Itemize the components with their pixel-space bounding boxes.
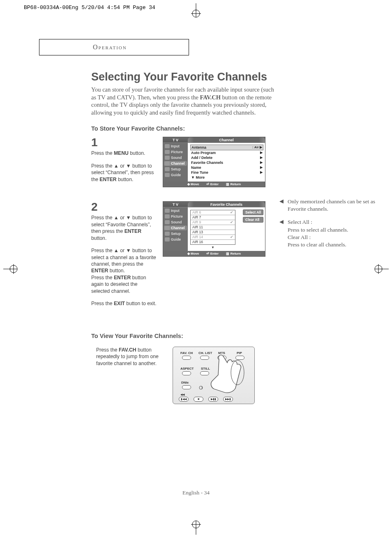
footer-move-label: Move bbox=[191, 182, 199, 186]
sound-icon bbox=[165, 220, 170, 224]
step2-p1c: button. bbox=[91, 235, 106, 241]
osd2-main: AIR 6✔AIR 7AIR 9✔AIR 11AIR 13AIR 14✔AIR … bbox=[188, 207, 265, 251]
footer-return: ▥ Return bbox=[226, 252, 241, 255]
footer-enter-label: Enter bbox=[210, 252, 219, 255]
favorite-row: AIR 13 bbox=[191, 230, 235, 235]
osd1-footer: ◆ Move ⏎ Enter ▥ Return bbox=[163, 182, 265, 187]
crop-mark-left bbox=[3, 261, 20, 277]
sidebar-item-input: Input bbox=[164, 144, 187, 149]
osd2-sidebar: Input Picture Sound Channel Setup Guide bbox=[163, 207, 188, 251]
guide-icon bbox=[165, 173, 170, 177]
sidebar-label: Guide bbox=[171, 173, 181, 177]
remote-illustration: FAV. CH CH. LIST MTS PIP ASPECT STILL DN… bbox=[173, 347, 255, 404]
triangle-bullet-icon: ◀ bbox=[279, 218, 284, 248]
step2-p3a: Press the bbox=[91, 275, 114, 280]
step2-p4c: button to exit. bbox=[125, 301, 157, 306]
osd1-tv: T V bbox=[163, 138, 188, 142]
section-label: Operation bbox=[93, 44, 127, 51]
favorite-row: AIR 14✔ bbox=[191, 235, 235, 240]
favorite-list: AIR 6✔AIR 7AIR 9✔AIR 11AIR 13AIR 14✔AIR … bbox=[190, 210, 235, 245]
sidebar-label: Picture bbox=[171, 214, 183, 218]
sidebar-item-channel: Channel bbox=[164, 225, 187, 230]
sidebar-label: Sound bbox=[171, 220, 182, 224]
button-aspect bbox=[182, 371, 191, 375]
favorite-row: AIR 11 bbox=[191, 225, 235, 230]
guide-icon bbox=[165, 237, 170, 241]
view-p1a: Press the bbox=[96, 347, 119, 353]
footer-enter: ⏎ Enter bbox=[206, 182, 219, 186]
footer-return: ▥ Return bbox=[226, 182, 241, 186]
favorite-row: AIR 7 bbox=[191, 215, 235, 220]
fav-more: ▼ bbox=[190, 246, 235, 249]
select-all-button: Select All bbox=[243, 209, 263, 215]
button-favch bbox=[182, 356, 191, 360]
step1-enter: ENTER bbox=[99, 177, 116, 182]
button-playpause: ▶▮▮ bbox=[208, 397, 218, 402]
step2-enter1: ENTER bbox=[125, 228, 141, 234]
sidebar-item-guide: Guide bbox=[164, 172, 187, 177]
favorite-row: AIR 6✔ bbox=[191, 210, 235, 215]
step1-menu: MENU bbox=[114, 150, 129, 156]
osd1-title: Channel bbox=[188, 137, 265, 143]
picture-icon bbox=[165, 214, 170, 218]
footer-move: ◆ Move bbox=[187, 252, 199, 255]
sidebar-item-guide: Guide bbox=[164, 237, 187, 242]
subhead-store: To Store Your Favorite Channels: bbox=[91, 125, 280, 132]
channel-icon bbox=[165, 226, 170, 230]
step-2: 2 Press the ▲ or ▼ button to select “Fav… bbox=[91, 201, 280, 307]
osd1-main: Antenna: Air ▶Auto Program▶Add / Delete▶… bbox=[188, 143, 265, 182]
sidebar-item-picture: Picture bbox=[164, 214, 187, 219]
step1-p1c: button. bbox=[129, 150, 145, 156]
step1-p2c: button. bbox=[117, 177, 134, 182]
step1-p1a: Press the bbox=[91, 150, 114, 156]
osd1-sidebar: Input Picture Sound Channel Setup Guide bbox=[163, 143, 188, 182]
note-2a: Select All : bbox=[288, 219, 312, 225]
sidebar-label: Setup bbox=[171, 232, 181, 236]
intro-paragraph: You can store of your favorite channels … bbox=[91, 86, 280, 116]
osd-channel-menu: T V Channel Input Picture Sound Channel … bbox=[163, 137, 265, 187]
osd1-row: Favorite Channels▶ bbox=[190, 160, 263, 165]
osd1-row: ▼ More bbox=[190, 175, 263, 180]
osd2-tv: T V bbox=[163, 202, 188, 207]
footer-return-label: Return bbox=[230, 182, 241, 186]
osd2-footer: ◆ Move ⏎ Enter ▥ Return bbox=[163, 251, 265, 256]
page-footer: English - 34 bbox=[0, 490, 392, 496]
crop-mark-right bbox=[372, 261, 389, 277]
page-title: Selecting Your Favorite Channels bbox=[91, 71, 280, 83]
label-aspect: ASPECT bbox=[180, 367, 194, 370]
footer-enter-label: Enter bbox=[210, 182, 219, 186]
intro-bold: FAV.CH bbox=[200, 94, 221, 101]
step-2-number: 2 bbox=[91, 201, 157, 213]
input-icon bbox=[165, 209, 170, 213]
hand-illustration bbox=[207, 351, 252, 396]
step2-enter3: ENTER bbox=[114, 275, 131, 280]
osd1-row: Auto Program▶ bbox=[190, 150, 263, 155]
label-dnie: DNIe bbox=[181, 381, 189, 384]
sidebar-label: Channel bbox=[171, 226, 185, 230]
footer-move-label: Move bbox=[191, 252, 199, 255]
favorite-row: AIR 9✔ bbox=[191, 220, 235, 225]
triangle-bullet-icon: ◀ bbox=[279, 198, 284, 213]
step2-p1: Press the ▲ or ▼ button to select “Favor… bbox=[91, 215, 152, 234]
osd2-title: Favorite Channels bbox=[188, 202, 265, 207]
step-1: 1 Press the MENU button. Press the ▲ or … bbox=[91, 137, 280, 187]
sidebar-item-picture: Picture bbox=[164, 149, 187, 154]
osd1-row: Name▶ bbox=[190, 165, 263, 170]
sidebar-item-setup: Setup bbox=[164, 231, 187, 236]
crop-mark-top bbox=[188, 3, 204, 20]
button-rewind: ▮◀◀ bbox=[179, 397, 189, 402]
favorite-row: AIR 16 bbox=[191, 240, 235, 244]
footer-return-label: Return bbox=[230, 252, 241, 255]
button-dnie bbox=[182, 385, 191, 389]
note-2c: Clear All : bbox=[288, 234, 311, 240]
button-stop: ■ bbox=[194, 397, 203, 402]
clear-all-button: Clear All bbox=[243, 217, 263, 223]
sidebar-label: Sound bbox=[171, 156, 182, 160]
print-header: BP68-00334A-00Eng 5/20/04 4:54 PM Page 3… bbox=[24, 5, 155, 11]
osd1-row: Add / Delete▶ bbox=[190, 155, 263, 160]
sidebar-item-input: Input bbox=[164, 208, 187, 213]
step2-p4a: Press the bbox=[91, 301, 114, 306]
input-icon bbox=[165, 144, 170, 148]
picture-icon bbox=[165, 150, 170, 154]
osd-favorite-channels: T V Favorite Channels Input Picture Soun… bbox=[163, 201, 265, 257]
